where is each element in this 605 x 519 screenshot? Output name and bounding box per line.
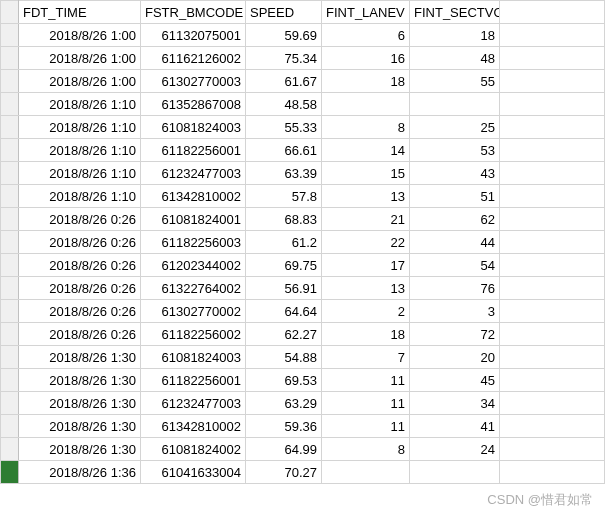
- cell-speed[interactable]: 64.64: [246, 300, 322, 323]
- cell-bmcode[interactable]: 61302770002: [141, 300, 246, 323]
- cell-speed[interactable]: 61.67: [246, 70, 322, 93]
- cell-lane[interactable]: 11: [322, 369, 410, 392]
- cell-lane[interactable]: 2: [322, 300, 410, 323]
- cell-speed[interactable]: 63.29: [246, 392, 322, 415]
- cell-lane[interactable]: 6: [322, 24, 410, 47]
- cell-lane[interactable]: 15: [322, 162, 410, 185]
- cell-sect[interactable]: 41: [410, 415, 500, 438]
- cell-extra[interactable]: [500, 139, 605, 162]
- cell-lane[interactable]: 14: [322, 139, 410, 162]
- cell-extra[interactable]: [500, 392, 605, 415]
- cell-extra[interactable]: [500, 93, 605, 116]
- cell-extra[interactable]: [500, 300, 605, 323]
- table-row[interactable]: 2018/8/26 0:266120234400269.751754: [1, 254, 605, 277]
- row-number-cell[interactable]: [1, 369, 19, 392]
- cell-bmcode[interactable]: 61232477003: [141, 162, 246, 185]
- cell-sect[interactable]: 45: [410, 369, 500, 392]
- row-number-cell[interactable]: [1, 208, 19, 231]
- cell-sect[interactable]: 3: [410, 300, 500, 323]
- cell-lane[interactable]: 8: [322, 116, 410, 139]
- cell-bmcode[interactable]: 61162126002: [141, 47, 246, 70]
- table-row[interactable]: 2018/8/26 1:306118225600169.531145: [1, 369, 605, 392]
- cell-speed[interactable]: 54.88: [246, 346, 322, 369]
- cell-speed[interactable]: 64.99: [246, 438, 322, 461]
- row-number-cell[interactable]: [1, 346, 19, 369]
- cell-speed[interactable]: 69.75: [246, 254, 322, 277]
- cell-speed[interactable]: 56.91: [246, 277, 322, 300]
- cell-sect[interactable]: 18: [410, 24, 500, 47]
- cell-bmcode[interactable]: 61322764002: [141, 277, 246, 300]
- cell-time[interactable]: 2018/8/26 1:00: [19, 70, 141, 93]
- row-number-cell[interactable]: [1, 162, 19, 185]
- cell-sect[interactable]: 43: [410, 162, 500, 185]
- cell-time[interactable]: 2018/8/26 1:00: [19, 24, 141, 47]
- cell-bmcode[interactable]: 61182256001: [141, 369, 246, 392]
- cell-sect[interactable]: [410, 93, 500, 116]
- cell-extra[interactable]: [500, 346, 605, 369]
- cell-bmcode[interactable]: 61041633004: [141, 461, 246, 484]
- table-row[interactable]: 2018/8/26 1:106134281000257.81351: [1, 185, 605, 208]
- cell-speed[interactable]: 75.34: [246, 47, 322, 70]
- cell-extra[interactable]: [500, 185, 605, 208]
- row-number-cell[interactable]: [1, 438, 19, 461]
- cell-speed[interactable]: 68.83: [246, 208, 322, 231]
- cell-time[interactable]: 2018/8/26 1:10: [19, 93, 141, 116]
- row-number-cell[interactable]: [1, 392, 19, 415]
- cell-sect[interactable]: 55: [410, 70, 500, 93]
- cell-speed[interactable]: 48.58: [246, 93, 322, 116]
- cell-lane[interactable]: 18: [322, 70, 410, 93]
- header-row[interactable]: FDT_TIME FSTR_BMCODE SPEED FINT_LANEV FI…: [1, 1, 605, 24]
- table-row[interactable]: 2018/8/26 1:106108182400355.33825: [1, 116, 605, 139]
- cell-sect[interactable]: [410, 461, 500, 484]
- cell-sect[interactable]: 51: [410, 185, 500, 208]
- cell-extra[interactable]: [500, 116, 605, 139]
- cell-time[interactable]: 2018/8/26 0:26: [19, 231, 141, 254]
- cell-bmcode[interactable]: 61342810002: [141, 185, 246, 208]
- row-number-cell[interactable]: [1, 139, 19, 162]
- cell-lane[interactable]: 22: [322, 231, 410, 254]
- table-row[interactable]: 2018/8/26 1:306123247700363.291134: [1, 392, 605, 415]
- cell-extra[interactable]: [500, 277, 605, 300]
- header-sect[interactable]: FINT_SECTVOLUME: [410, 1, 500, 24]
- cell-extra[interactable]: [500, 24, 605, 47]
- cell-speed[interactable]: 59.69: [246, 24, 322, 47]
- cell-bmcode[interactable]: 61342810002: [141, 415, 246, 438]
- cell-bmcode[interactable]: 61081824002: [141, 438, 246, 461]
- cell-sect[interactable]: 53: [410, 139, 500, 162]
- header-time[interactable]: FDT_TIME: [19, 1, 141, 24]
- cell-time[interactable]: 2018/8/26 1:10: [19, 139, 141, 162]
- table-row[interactable]: 2018/8/26 1:366104163300470.27: [1, 461, 605, 484]
- table-row[interactable]: 2018/8/26 1:306134281000259.361141: [1, 415, 605, 438]
- header-bmcode[interactable]: FSTR_BMCODE: [141, 1, 246, 24]
- row-number-cell[interactable]: [1, 231, 19, 254]
- cell-lane[interactable]: 8: [322, 438, 410, 461]
- cell-lane[interactable]: 18: [322, 323, 410, 346]
- cell-bmcode[interactable]: 61182256002: [141, 323, 246, 346]
- cell-sect[interactable]: 62: [410, 208, 500, 231]
- cell-speed[interactable]: 61.2: [246, 231, 322, 254]
- cell-sect[interactable]: 20: [410, 346, 500, 369]
- table-row[interactable]: 2018/8/26 0:266108182400168.832162: [1, 208, 605, 231]
- cell-time[interactable]: 2018/8/26 1:30: [19, 369, 141, 392]
- cell-extra[interactable]: [500, 70, 605, 93]
- cell-extra[interactable]: [500, 323, 605, 346]
- table-row[interactable]: 2018/8/26 0:266118225600262.271872: [1, 323, 605, 346]
- table-row[interactable]: 2018/8/26 0:266130277000264.6423: [1, 300, 605, 323]
- cell-bmcode[interactable]: 61081824001: [141, 208, 246, 231]
- cell-extra[interactable]: [500, 231, 605, 254]
- cell-speed[interactable]: 66.61: [246, 139, 322, 162]
- cell-lane[interactable]: 16: [322, 47, 410, 70]
- cell-bmcode[interactable]: 61352867008: [141, 93, 246, 116]
- cell-extra[interactable]: [500, 162, 605, 185]
- cell-extra[interactable]: [500, 208, 605, 231]
- cell-lane[interactable]: [322, 93, 410, 116]
- cell-speed[interactable]: 55.33: [246, 116, 322, 139]
- table-row[interactable]: 2018/8/26 0:266132276400256.911376: [1, 277, 605, 300]
- cell-time[interactable]: 2018/8/26 1:00: [19, 47, 141, 70]
- cell-lane[interactable]: 17: [322, 254, 410, 277]
- cell-speed[interactable]: 57.8: [246, 185, 322, 208]
- cell-sect[interactable]: 76: [410, 277, 500, 300]
- cell-sect[interactable]: 44: [410, 231, 500, 254]
- cell-bmcode[interactable]: 61081824003: [141, 346, 246, 369]
- table-row[interactable]: 2018/8/26 1:006130277000361.671855: [1, 70, 605, 93]
